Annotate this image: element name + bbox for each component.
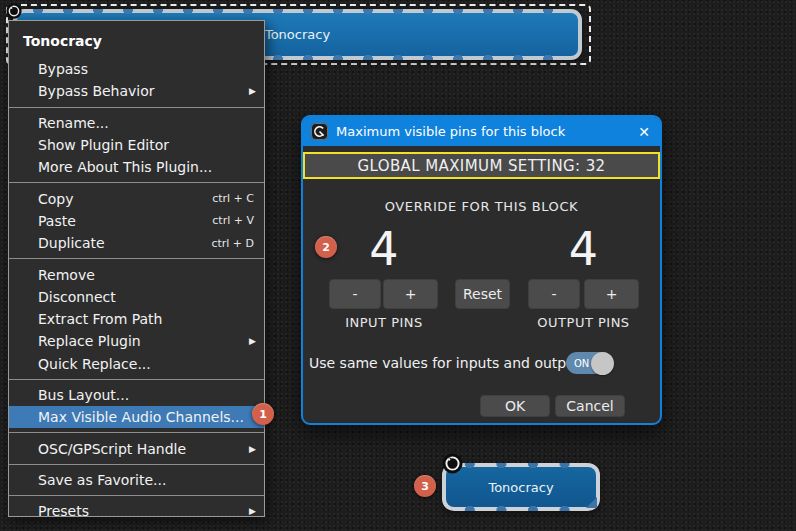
menu-item-label: Max Visible Audio Channels... bbox=[38, 409, 244, 425]
same-values-label: Use same values for inputs and outputs bbox=[309, 352, 588, 374]
reset-button[interactable]: Reset bbox=[455, 279, 510, 309]
output-decrement-button[interactable]: - bbox=[528, 279, 580, 309]
output-pins-value: 4 bbox=[528, 221, 639, 277]
menu-separator bbox=[9, 379, 264, 380]
output-increment-button[interactable]: + bbox=[584, 279, 639, 309]
menu-item-label: Rename... bbox=[38, 115, 109, 131]
menu-item-label: Extract From Path bbox=[38, 311, 162, 327]
menu-item-label: Bus Layout... bbox=[38, 387, 129, 403]
annotation-step-1: 1 bbox=[252, 403, 274, 425]
menu-item-paste[interactable]: Pastectrl + V bbox=[9, 210, 264, 232]
max-visible-pins-dialog: Maximum visible pins for this block ✕ GL… bbox=[301, 115, 662, 425]
menu-item-bypass-behavior[interactable]: Bypass Behavior▶ bbox=[9, 80, 264, 102]
toggle-knob[interactable] bbox=[591, 352, 614, 375]
input-increment-button[interactable]: + bbox=[383, 279, 438, 309]
menu-item-label: Save as Favorite... bbox=[38, 472, 166, 488]
input-pins-strip bbox=[23, 9, 572, 16]
menu-item-quick-replace[interactable]: Quick Replace... bbox=[9, 353, 264, 375]
submenu-arrow-icon: ▶ bbox=[249, 336, 256, 346]
menu-item-label: More About This Plugin... bbox=[38, 159, 212, 175]
menu-item-label: Quick Replace... bbox=[38, 356, 151, 372]
menu-item-show-plugin-editor[interactable]: Show Plugin Editor bbox=[9, 134, 264, 156]
menu-item-copy[interactable]: Copyctrl + C bbox=[9, 187, 264, 209]
menu-item-disconnect[interactable]: Disconnect bbox=[9, 286, 264, 308]
submenu-arrow-icon: ▶ bbox=[249, 86, 256, 96]
menu-item-label: Replace Plugin bbox=[38, 333, 141, 349]
corner-notch bbox=[586, 497, 597, 508]
menu-item-label: Bypass Behavior bbox=[38, 83, 155, 99]
menu-item-bypass[interactable]: Bypass bbox=[9, 58, 264, 80]
menu-separator bbox=[9, 464, 264, 465]
context-menu-items: BypassBypass Behavior▶Rename...Show Plug… bbox=[9, 58, 264, 522]
ok-button[interactable]: OK bbox=[480, 395, 550, 417]
plugin-knob-icon bbox=[6, 3, 22, 19]
menu-item-shortcut: ctrl + V bbox=[212, 214, 254, 227]
menu-separator bbox=[9, 182, 264, 183]
plugin-knob-icon bbox=[442, 453, 463, 474]
input-pins-label: INPUT PINS bbox=[329, 315, 439, 330]
dialog-titlebar[interactable]: Maximum visible pins for this block ✕ bbox=[303, 117, 660, 146]
menu-separator bbox=[9, 495, 264, 496]
menu-item-remove[interactable]: Remove bbox=[9, 263, 264, 285]
close-icon[interactable]: ✕ bbox=[638, 125, 650, 139]
menu-item-presets[interactable]: Presets▶ bbox=[9, 500, 264, 522]
input-decrement-button[interactable]: - bbox=[329, 279, 381, 309]
annotation-step-2: 2 bbox=[315, 236, 337, 258]
plugin-block-bottom[interactable]: Tonocracy bbox=[442, 463, 600, 511]
menu-item-label: Remove bbox=[38, 267, 95, 283]
menu-item-more-about-this-plugin[interactable]: More About This Plugin... bbox=[9, 156, 264, 178]
submenu-arrow-icon: ▶ bbox=[249, 444, 256, 454]
override-label: OVERRIDE FOR THIS BLOCK bbox=[303, 199, 660, 214]
menu-item-label: Copy bbox=[38, 191, 74, 207]
menu-item-replace-plugin[interactable]: Replace Plugin▶ bbox=[9, 330, 264, 352]
cancel-button[interactable]: Cancel bbox=[555, 395, 625, 417]
menu-item-label: Paste bbox=[38, 213, 76, 229]
global-maximum-banner: GLOBAL MAXIMUM SETTING: 32 bbox=[303, 152, 660, 179]
plugin-block-label: Tonocracy bbox=[265, 27, 330, 42]
menu-item-label: Presets bbox=[38, 503, 89, 519]
menu-item-shortcut: ctrl + D bbox=[211, 237, 254, 250]
plugin-context-menu: Tonocracy BypassBypass Behavior▶Rename..… bbox=[8, 20, 265, 517]
menu-item-rename[interactable]: Rename... bbox=[9, 112, 264, 134]
annotation-step-3: 3 bbox=[414, 475, 436, 497]
menu-item-duplicate[interactable]: Duplicatectrl + D bbox=[9, 232, 264, 254]
menu-item-label: Duplicate bbox=[38, 235, 105, 251]
menu-item-bus-layout[interactable]: Bus Layout... bbox=[9, 384, 264, 406]
dialog-title: Maximum visible pins for this block bbox=[336, 124, 565, 139]
toggle-state-label: ON bbox=[574, 358, 589, 369]
gig-performer-app-icon bbox=[311, 123, 328, 140]
menu-item-max-visible-audio-channels[interactable]: Max Visible Audio Channels... bbox=[9, 406, 264, 428]
menu-item-label: Show Plugin Editor bbox=[38, 137, 169, 153]
menu-item-extract-from-path[interactable]: Extract From Path bbox=[9, 308, 264, 330]
output-pins-label: OUTPUT PINS bbox=[528, 315, 639, 330]
menu-separator bbox=[9, 107, 264, 108]
context-menu-title: Tonocracy bbox=[9, 26, 264, 58]
menu-item-label: Disconnect bbox=[38, 289, 116, 305]
menu-item-label: OSC/GPScript Handle bbox=[38, 441, 186, 457]
input-pins-strip bbox=[454, 463, 588, 470]
menu-item-label: Bypass bbox=[38, 61, 88, 77]
menu-item-shortcut: ctrl + C bbox=[212, 192, 254, 205]
same-values-toggle[interactable]: ON bbox=[566, 352, 613, 374]
plugin-block-label: Tonocracy bbox=[488, 480, 553, 495]
output-pins-strip bbox=[454, 504, 588, 511]
menu-separator bbox=[9, 258, 264, 259]
menu-item-save-as-favorite[interactable]: Save as Favorite... bbox=[9, 469, 264, 491]
submenu-arrow-icon: ▶ bbox=[249, 506, 256, 516]
input-pins-value: 4 bbox=[329, 221, 439, 277]
menu-separator bbox=[9, 432, 264, 433]
flow-canvas: Tonocracy Tonocracy Tonocracy BypassBypa… bbox=[0, 0, 796, 531]
menu-item-osc-gpscript-handle[interactable]: OSC/GPScript Handle▶ bbox=[9, 437, 264, 459]
